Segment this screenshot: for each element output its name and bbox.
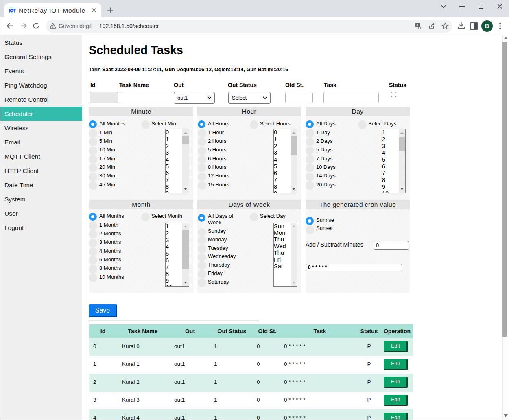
- svg-text:a: a: [416, 23, 418, 27]
